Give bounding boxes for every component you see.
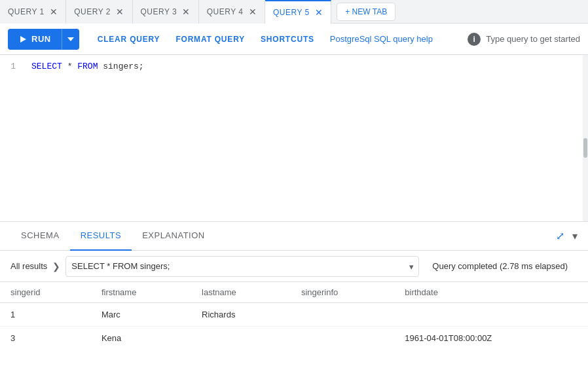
tab-query5-close[interactable]: ✕ xyxy=(315,8,323,17)
col-singerinfo: singerinfo xyxy=(291,282,394,303)
tab-query5[interactable]: QUERY 5 ✕ xyxy=(265,0,331,24)
run-btn-group: RUN xyxy=(8,29,79,50)
chevron-down-icon[interactable]: ▾ xyxy=(572,230,578,242)
format-query-button[interactable]: FORMAT QUERY xyxy=(168,29,253,50)
run-button[interactable]: RUN xyxy=(8,29,62,50)
tab-query4-close[interactable]: ✕ xyxy=(249,7,257,16)
table-row: 1MarcRichards xyxy=(0,303,588,327)
tab-explanation-label: EXPLANATION xyxy=(142,230,205,240)
cell-firstname: Kena xyxy=(91,327,191,348)
tab-query1-close[interactable]: ✕ xyxy=(50,7,58,16)
cell-singerinfo xyxy=(291,327,394,348)
line-number-1: 1 xyxy=(0,60,21,74)
tab-explanation[interactable]: EXPLANATION xyxy=(132,222,215,251)
scrollbar-thumb xyxy=(583,138,587,158)
expand-icon[interactable]: ⤢ xyxy=(556,230,564,242)
tab-query3[interactable]: QUERY 3 ✕ xyxy=(133,0,199,24)
tab-query1-label: QUERY 1 xyxy=(8,7,45,16)
tab-results-label: RESULTS xyxy=(81,230,122,240)
dropdown-arrow-icon xyxy=(67,37,74,41)
tab-query5-label: QUERY 5 xyxy=(273,8,310,17)
run-label: RUN xyxy=(31,34,51,44)
results-chevron-icon[interactable]: ❯ xyxy=(52,261,60,272)
results-table: singerid firstname lastname singerinfo b… xyxy=(0,282,588,348)
col-lastname: lastname xyxy=(191,282,291,303)
format-query-label: FORMAT QUERY xyxy=(175,35,245,44)
bottom-tabs: SCHEMA RESULTS EXPLANATION ⤢ ▾ xyxy=(0,222,588,251)
help-link-label: PostgreSql SQL query help xyxy=(330,34,433,44)
tab-query3-label: QUERY 3 xyxy=(141,7,177,16)
editor-content[interactable]: SELECT * FROM singers; xyxy=(26,55,583,221)
new-tab-label: + NEW TAB xyxy=(345,7,387,16)
tab-bar: QUERY 1 ✕ QUERY 2 ✕ QUERY 3 ✕ QUERY 4 ✕ … xyxy=(0,0,588,24)
editor-area: 1 SELECT * FROM singers; xyxy=(0,55,588,222)
sql-select-keyword: SELECT xyxy=(31,62,62,71)
shortcuts-label: SHORTCUTS xyxy=(261,35,314,44)
tab-schema[interactable]: SCHEMA xyxy=(10,222,70,251)
cell-firstname: Marc xyxy=(91,303,191,327)
table-row: 3Kena1961-04-01T08:00:00Z xyxy=(0,327,588,348)
query-selector-wrapper: SELECT * FROM singers; ▾ xyxy=(65,256,419,277)
cell-birthdate xyxy=(394,303,588,327)
col-birthdate: birthdate xyxy=(394,282,588,303)
sql-table-name: singers; xyxy=(103,62,143,71)
svg-marker-1 xyxy=(67,37,74,41)
tab-query4-label: QUERY 4 xyxy=(207,7,244,16)
query-selector[interactable]: SELECT * FROM singers; xyxy=(65,256,419,277)
col-singerid: singerid xyxy=(0,282,91,303)
sql-from-keyword: FROM xyxy=(77,62,98,71)
tab-query1[interactable]: QUERY 1 ✕ xyxy=(0,0,66,24)
tab-results[interactable]: RESULTS xyxy=(70,222,132,251)
tab-query3-close[interactable]: ✕ xyxy=(182,7,191,16)
info-hint-text: Type query to get started xyxy=(486,34,580,44)
tab-schema-label: SCHEMA xyxy=(21,230,60,240)
cell-lastname xyxy=(191,327,291,348)
info-icon: i xyxy=(468,33,481,46)
tab-query4[interactable]: QUERY 4 ✕ xyxy=(199,0,265,24)
table-header-row: singerid firstname lastname singerinfo b… xyxy=(0,282,588,303)
cell-lastname: Richards xyxy=(191,303,291,327)
clear-query-label: CLEAR QUERY xyxy=(98,35,160,44)
query-status: Query completed (2.78 ms elapsed) xyxy=(432,261,568,271)
cell-singerinfo xyxy=(291,303,394,327)
editor-scrollbar[interactable] xyxy=(583,55,588,221)
help-link[interactable]: PostgreSql SQL query help xyxy=(322,34,441,44)
line-numbers: 1 xyxy=(0,55,26,221)
results-table-wrapper[interactable]: singerid firstname lastname singerinfo b… xyxy=(0,282,588,348)
toolbar-info: i Type query to get started xyxy=(468,33,580,46)
clear-query-button[interactable]: CLEAR QUERY xyxy=(90,29,168,50)
tab-query2-label: QUERY 2 xyxy=(74,7,111,16)
svg-marker-0 xyxy=(20,36,26,43)
shortcuts-button[interactable]: SHORTCUTS xyxy=(253,29,322,50)
run-dropdown-button[interactable] xyxy=(62,29,79,50)
sql-asterisk: * xyxy=(67,62,78,71)
new-tab-button[interactable]: + NEW TAB xyxy=(337,3,395,21)
cell-singerid: 3 xyxy=(0,327,91,348)
toolbar: RUN CLEAR QUERY FORMAT QUERY SHORTCUTS P… xyxy=(0,24,588,55)
tab-query2-close[interactable]: ✕ xyxy=(116,7,124,16)
col-firstname: firstname xyxy=(91,282,191,303)
cell-birthdate: 1961-04-01T08:00:00Z xyxy=(394,327,588,348)
tab-query2[interactable]: QUERY 2 ✕ xyxy=(66,0,132,24)
results-bar: All results ❯ SELECT * FROM singers; ▾ Q… xyxy=(0,251,588,282)
all-results-label: All results xyxy=(10,261,47,271)
play-icon xyxy=(18,35,28,44)
results-section: All results ❯ SELECT * FROM singers; ▾ Q… xyxy=(0,251,588,348)
cell-singerid: 1 xyxy=(0,303,91,327)
